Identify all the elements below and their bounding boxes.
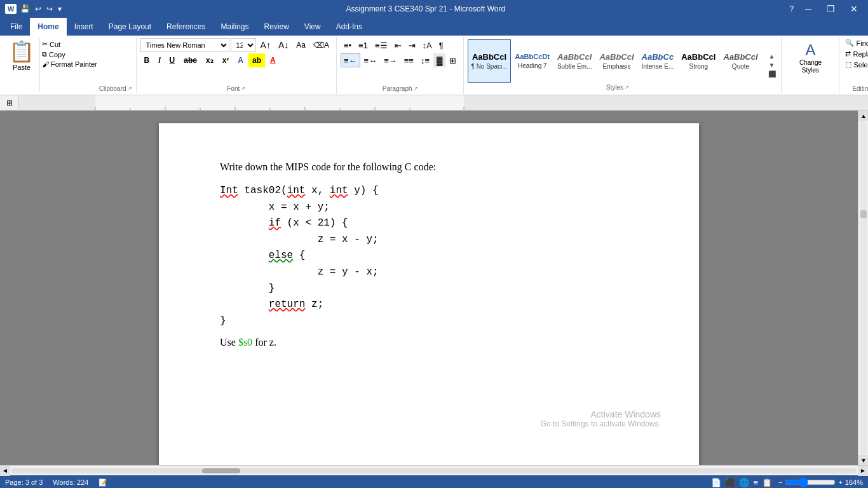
redo-quick-btn[interactable]: ↪ (45, 3, 54, 15)
grow-font-button[interactable]: A↑ (257, 38, 274, 52)
spell-check-icon[interactable]: 📝 (98, 478, 107, 487)
styles-scroll-down[interactable]: ▼ (768, 61, 776, 70)
document-scroll-area[interactable]: Write down the MIPS code for the followi… (0, 111, 858, 465)
tab-page-layout[interactable]: Page Layout (101, 18, 159, 36)
tab-file[interactable]: File (3, 18, 30, 36)
scroll-right-button[interactable]: ► (858, 466, 868, 476)
draft-btn[interactable]: 📋 (761, 478, 773, 487)
scroll-left-button[interactable]: ◄ (0, 466, 10, 476)
styles-scroll[interactable]: ▲ ▼ ⬛ (767, 52, 777, 79)
styles-scroll-up[interactable]: ▲ (768, 52, 776, 61)
style-subtle-em[interactable]: AaBbCcl Subtle Em... (554, 39, 595, 83)
decrease-indent-button[interactable]: ⇤ (391, 38, 405, 52)
tab-review[interactable]: Review (256, 18, 296, 36)
underline-button[interactable]: U (166, 53, 179, 67)
borders-button[interactable]: ⊞ (446, 53, 459, 67)
increase-indent-button[interactable]: ⇥ (405, 38, 419, 52)
horizontal-scrollbar[interactable]: ◄ ► (0, 465, 868, 475)
paragraph-group: ≡• ≡1 ≡☰ ⇤ ⇥ ↕A ¶ ≡← ≡↔ ≡→ ≡≡ ↕≡ ▓ ⊞ (337, 37, 465, 93)
minimize-button[interactable]: ─ (800, 3, 817, 15)
superscript-button[interactable]: x² (219, 53, 233, 67)
font-name-select[interactable]: Times New Roman Arial Calibri (140, 38, 229, 52)
page-info: Page: 3 of 3 (5, 478, 43, 486)
help-icon[interactable]: ? (788, 3, 795, 15)
ruler-corner[interactable]: ⊞ (0, 95, 19, 111)
copy-button[interactable]: ⧉ Copy (40, 50, 99, 59)
zoom-level[interactable]: 164% (845, 478, 863, 486)
style-heading7[interactable]: AaBbCcDt Heading 7 (512, 39, 553, 83)
change-styles-button[interactable]: A Change Styles (785, 38, 835, 78)
customize-quick-btn[interactable]: ▾ (57, 3, 63, 15)
word-app-icon: W (5, 4, 17, 14)
shading-button[interactable]: ▓ (433, 53, 445, 67)
title-bar: W 💾 ↩ ↪ ▾ Assignment 3 CSE340 Spr 21 - M… (0, 0, 868, 18)
align-right-button[interactable]: ≡→ (381, 53, 400, 67)
font-size-select[interactable]: 12 10 14 (231, 38, 256, 52)
style-intense-em[interactable]: AaBbCc Intense E... (639, 39, 677, 83)
close-button[interactable]: ✕ (845, 3, 863, 15)
restore-button[interactable]: ❒ (822, 3, 840, 15)
text-effects-button[interactable]: A (234, 53, 247, 67)
find-button[interactable]: 🔍 Find ▾ (843, 38, 868, 48)
zoom-in-btn[interactable]: + (838, 478, 842, 486)
save-quick-btn[interactable]: 💾 (19, 3, 31, 15)
code-line-7: } (220, 281, 638, 297)
paragraph-expand-icon[interactable]: ↗ (414, 86, 418, 92)
web-layout-btn[interactable]: 🌐 (738, 478, 750, 487)
multilevel-button[interactable]: ≡☰ (372, 38, 391, 52)
font-expand-icon[interactable]: ↗ (241, 86, 245, 92)
bullets-button[interactable]: ≡• (341, 38, 355, 52)
tab-home[interactable]: Home (30, 18, 66, 36)
tab-insert[interactable]: Insert (67, 18, 101, 36)
align-left-button[interactable]: ≡← (341, 53, 360, 67)
style-quote[interactable]: AaBbCcl Quote (720, 39, 761, 83)
activate-watermark: Activate Windows Go to Settings to activ… (541, 409, 661, 428)
text-highlight-button[interactable]: ab (248, 53, 265, 67)
replace-icon: ⇄ (845, 50, 851, 58)
ribbon: 📋 Paste ✂ Cut ⧉ Copy 🖌 Format Painter Cl… (0, 36, 868, 95)
subscript-button[interactable]: x₂ (202, 53, 217, 67)
styles-expand-icon[interactable]: ↗ (625, 85, 629, 90)
show-formatting-button[interactable]: ¶ (436, 38, 447, 52)
justify-button[interactable]: ≡≡ (401, 53, 417, 67)
bold-button[interactable]: B (140, 53, 154, 67)
undo-quick-btn[interactable]: ↩ (34, 3, 43, 15)
styles-scroll-expand[interactable]: ⬛ (768, 70, 776, 79)
outline-btn[interactable]: ≡ (752, 478, 759, 487)
tab-add-ins[interactable]: Add-Ins (329, 18, 370, 36)
zoom-slider[interactable] (785, 477, 836, 487)
vertical-scrollbar[interactable]: ▲ ▼ (858, 111, 868, 465)
italic-button[interactable]: I (154, 53, 164, 67)
cut-button[interactable]: ✂ Cut (40, 39, 99, 49)
style-no-spacing[interactable]: AaBbCcl ¶ No Spaci... (468, 39, 510, 83)
font-color-button[interactable]: A (266, 53, 280, 67)
style-emphasis[interactable]: AaBbCcl Emphasis (596, 39, 637, 83)
replace-button[interactable]: ⇄ Replace (843, 49, 868, 58)
cut-label: Cut (50, 41, 60, 48)
scroll-up-button[interactable]: ▲ (858, 111, 868, 121)
h-scroll-track (11, 468, 857, 473)
select-button[interactable]: ⬚ Select - (843, 60, 868, 69)
shrink-font-button[interactable]: A↓ (275, 38, 292, 52)
format-painter-button[interactable]: 🖌 Format Painter (40, 60, 99, 69)
print-layout-btn[interactable]: 📄 (710, 478, 722, 487)
clear-formatting-button[interactable]: ⌫A (310, 38, 332, 52)
line-spacing-button[interactable]: ↕≡ (417, 53, 433, 67)
clipboard-expand-icon[interactable]: ↗ (128, 86, 132, 92)
tab-references[interactable]: References (159, 18, 213, 36)
code-block[interactable]: Int task02(int x, int y) { x = x + y; if… (220, 183, 638, 329)
full-screen-btn[interactable]: ⬛ (724, 478, 736, 487)
paste-button[interactable]: 📋 Paste (4, 38, 40, 92)
clipboard-group: 📋 Paste ✂ Cut ⧉ Copy 🖌 Format Painter Cl… (0, 37, 137, 93)
strikethrough-button[interactable]: abc (180, 53, 201, 67)
scroll-down-button[interactable]: ▼ (858, 455, 868, 465)
tab-view[interactable]: View (297, 18, 329, 36)
tab-mailings[interactable]: Mailings (213, 18, 256, 36)
zoom-out-btn[interactable]: − (778, 478, 782, 486)
align-center-button[interactable]: ≡↔ (361, 53, 381, 67)
change-case-button[interactable]: Aa (293, 38, 309, 52)
style-strong[interactable]: AaBbCcl Strong (678, 39, 719, 83)
numbering-button[interactable]: ≡1 (355, 38, 371, 52)
use-text: Use $s0 for z. (220, 337, 638, 348)
sort-button[interactable]: ↕A (419, 38, 435, 52)
